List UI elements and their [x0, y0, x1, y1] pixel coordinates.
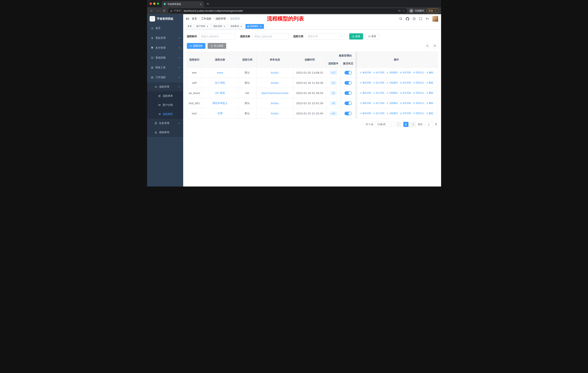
action-delete-link[interactable]: 删除 [426, 81, 433, 84]
user-avatar[interactable] [432, 16, 438, 22]
action-definition-link[interactable]: 流程定义 [413, 81, 424, 84]
view-tag[interactable]: 我的流程× [212, 24, 228, 29]
active-toggle[interactable] [345, 101, 352, 105]
update-button[interactable]: 更新 ⋮ [427, 8, 439, 13]
fullscreen-icon[interactable] [419, 17, 422, 20]
form-info-link[interactable]: biubiu [271, 112, 279, 115]
process-id-input[interactable] [199, 33, 235, 40]
form-info-link[interactable]: /bpm/oa/leave/create [261, 92, 289, 94]
search-icon[interactable] [399, 17, 402, 20]
form-info-link[interactable]: biubiu [271, 81, 279, 84]
form-info-link[interactable]: biubiu [271, 102, 279, 105]
action-publish-link[interactable]: 发布流程 [399, 102, 411, 105]
action-edit-link[interactable]: 修改流程 [360, 81, 371, 84]
incognito-indicator[interactable]: 无痕模式 [409, 9, 425, 13]
action-delete-link[interactable]: 删除 [426, 102, 433, 105]
process-name-link[interactable]: 滔博 [217, 112, 222, 115]
breadcrumb-item-workflow[interactable]: 工作流程 [201, 17, 211, 20]
view-tag[interactable]: 首页 [186, 24, 194, 29]
view-tag[interactable]: 租户管理× [195, 24, 211, 29]
hamburger-icon[interactable] [186, 17, 189, 20]
action-edit-link[interactable]: 修改流程 [360, 112, 371, 115]
security-label[interactable]: 不安全 [174, 9, 181, 12]
sidebar-item-task-mgmt[interactable]: 任务管理 [147, 119, 183, 128]
action-publish-link[interactable]: 发布流程 [399, 112, 411, 115]
process-name-link[interactable]: 自己审批 [215, 81, 225, 84]
window-close-button[interactable] [150, 2, 152, 5]
breadcrumb-item-process-mgmt[interactable]: 流程管理 [215, 17, 226, 20]
help-icon[interactable]: ? [412, 17, 416, 20]
close-icon[interactable]: × [240, 25, 243, 28]
action-assign-link[interactable]: 分配规则 [386, 81, 398, 84]
github-icon[interactable] [406, 17, 409, 20]
sidebar-item-process-form[interactable]: 流程表单 [147, 91, 183, 101]
action-delete-link[interactable]: 删除 [426, 91, 433, 94]
sidebar-item-process-mgmt[interactable]: 流程管理 [147, 82, 183, 91]
action-publish-link[interactable]: 发布流程 [399, 71, 411, 74]
app-logo[interactable]: 芋道管理系统 [147, 14, 183, 23]
action-delete-link[interactable]: 删除 [426, 112, 433, 115]
view-tag[interactable]: 流程模型× [245, 24, 264, 29]
font-size-icon[interactable]: TT [426, 17, 429, 20]
view-tag[interactable]: 流程表单× [229, 24, 245, 29]
active-toggle[interactable] [345, 71, 352, 74]
window-minimize-button[interactable] [153, 2, 156, 5]
sidebar-item-user-group[interactable]: 用户分组 [147, 101, 183, 110]
action-design-link[interactable]: 设计流程 [373, 81, 384, 84]
action-definition-link[interactable]: 流程定义 [413, 102, 424, 105]
sidebar-item-process-model[interactable]: 流程模型 [147, 110, 183, 119]
sidebar-item-system[interactable]: 系统管理 [147, 33, 183, 43]
forward-icon[interactable]: → [156, 8, 160, 13]
back-icon[interactable]: ← [149, 8, 154, 13]
reload-icon[interactable] [162, 8, 166, 13]
create-process-button[interactable]: 新建流程 [187, 43, 205, 49]
page-size-select[interactable]: 10条/页 [376, 122, 394, 127]
address-bar[interactable]: 不安全 dashboard.yudao.iocoder.cn/bpm/manag… [168, 8, 407, 13]
action-publish-link[interactable]: 发布流程 [399, 81, 411, 84]
process-name-input[interactable] [252, 33, 289, 40]
process-name-link[interactable]: eeee [217, 71, 223, 74]
sidebar-item-workflow[interactable]: 工作流程 [147, 72, 183, 82]
action-edit-link[interactable]: 修改流程 [360, 91, 371, 94]
action-assign-link[interactable]: 分配规则 [386, 71, 398, 74]
action-design-link[interactable]: 设计流程 [373, 102, 384, 105]
new-tab-button[interactable]: + [204, 2, 212, 6]
prev-page-button[interactable]: ‹ [396, 122, 401, 127]
sidebar-item-devtools[interactable]: 研发工具 [147, 63, 183, 72]
action-assign-link[interactable]: 分配规则 [386, 91, 398, 94]
next-page-button[interactable]: › [411, 122, 416, 127]
search-button[interactable]: 搜索 [349, 33, 363, 40]
refresh-table-button[interactable] [432, 43, 437, 49]
url-text[interactable]: dashboard.yudao.iocoder.cn/bpm/manager/m… [184, 10, 397, 12]
import-process-button[interactable]: 导入流程 [208, 43, 226, 49]
sidebar-item-leave-query[interactable]: 请假查询 [147, 128, 183, 137]
action-edit-link[interactable]: 修改流程 [360, 102, 371, 105]
key-icon[interactable] [398, 9, 401, 12]
sidebar-item-infra[interactable]: 基础设施 [147, 53, 183, 63]
action-design-link[interactable]: 设计流程 [373, 112, 384, 115]
active-toggle[interactable] [345, 112, 352, 115]
process-name-link[interactable]: OA 请假 [215, 91, 225, 94]
page-number-button[interactable]: 1 [403, 122, 409, 127]
active-toggle[interactable] [345, 91, 352, 95]
action-definition-link[interactable]: 流程定义 [413, 91, 424, 94]
action-assign-link[interactable]: 分配规则 [386, 102, 398, 105]
process-category-select[interactable]: 流程分类 [305, 33, 345, 40]
sidebar-item-home[interactable]: 首页 [147, 23, 183, 33]
browser-tab[interactable]: 芋道管理系统 × [162, 1, 204, 7]
action-definition-link[interactable]: 流程定义 [413, 112, 424, 115]
sidebar-item-payment[interactable]: ¥支付管理 [147, 43, 183, 53]
active-toggle[interactable] [345, 81, 352, 85]
bookmark-star-icon[interactable]: ☆ [402, 9, 405, 12]
form-info-link[interactable]: biubiu [271, 71, 279, 74]
action-definition-link[interactable]: 流程定义 [413, 71, 424, 74]
action-design-link[interactable]: 设计流程 [373, 71, 384, 74]
action-delete-link[interactable]: 删除 [426, 71, 433, 74]
toggle-search-button[interactable] [425, 43, 430, 49]
reset-button[interactable]: 重置 [365, 33, 379, 40]
tab-close-icon[interactable]: × [199, 2, 202, 6]
goto-page-input[interactable] [425, 122, 433, 127]
close-icon[interactable]: × [206, 25, 209, 28]
window-zoom-button[interactable] [157, 2, 159, 5]
process-name-link[interactable]: 测试多审批人 [212, 102, 228, 105]
